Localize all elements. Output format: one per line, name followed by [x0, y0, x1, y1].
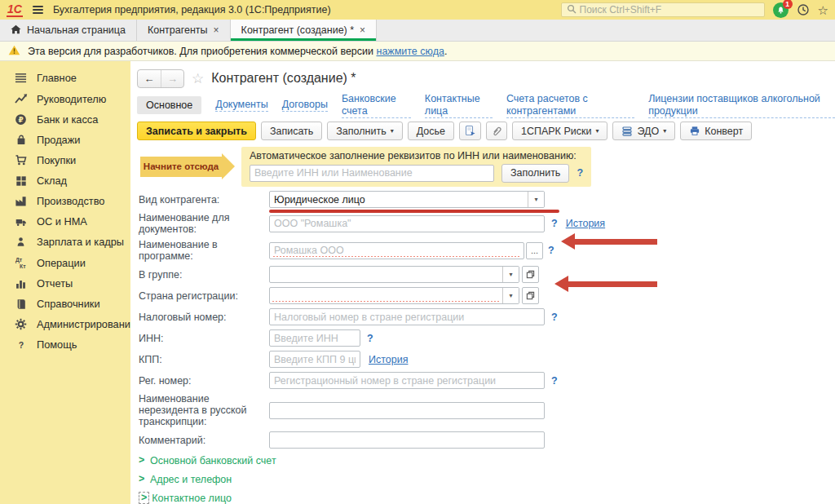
reg-number-input[interactable]: [269, 372, 545, 389]
envelope-button[interactable]: Конверт: [680, 122, 752, 140]
group-combobox[interactable]: ▾: [269, 266, 519, 283]
load-from-file-button[interactable]: [459, 122, 481, 140]
tax-number-input[interactable]: [269, 308, 545, 325]
app-title: Бухгалтерия предприятия, редакция 3.0 (1…: [53, 4, 331, 15]
section-address-phone[interactable]: > Адрес и телефон: [139, 473, 835, 485]
dev-version-warning: Эта версия для разработчиков. Для приобр…: [0, 42, 835, 61]
inn-input[interactable]: [269, 329, 360, 347]
attachments-button[interactable]: [486, 122, 507, 140]
close-icon[interactable]: ×: [214, 24, 219, 36]
form-tab-alcohol-licenses[interactable]: Лицензии поставщиков алкогольной продукц…: [648, 93, 835, 118]
main-menu-icon[interactable]: [31, 4, 45, 15]
bar-chart-icon: [14, 278, 28, 290]
kind-value[interactable]: [270, 192, 528, 207]
grid-icon: [14, 175, 28, 187]
sidebar-item-manager[interactable]: Руководителю: [0, 88, 130, 109]
field-row-comment: Комментарий:: [139, 431, 835, 449]
sidebar-item-reports[interactable]: Отчеты: [0, 273, 130, 294]
help-icon[interactable]: ?: [367, 333, 373, 344]
field-row-country: Страна регистрации: ▾: [139, 287, 835, 304]
section-contact-person[interactable]: > Контактное лицо: [139, 492, 835, 504]
field-row-inn: ИНН: ?: [139, 329, 835, 347]
comment-input[interactable]: [269, 431, 545, 449]
help-icon[interactable]: ?: [577, 167, 583, 179]
history-link[interactable]: История: [369, 354, 408, 365]
document-arrow-icon: [464, 125, 476, 137]
sidebar-item-administration[interactable]: Администрирование: [0, 314, 130, 334]
form-tab-settlement-accounts[interactable]: Счета расчетов с контрагентами: [506, 93, 634, 118]
dossier-button[interactable]: Досье: [408, 122, 454, 140]
sidebar-item-help[interactable]: ? Помощь: [0, 334, 130, 355]
save-button[interactable]: Записать: [261, 122, 322, 140]
group-value[interactable]: [270, 267, 502, 282]
nonresident-name-input[interactable]: [269, 402, 545, 419]
global-search[interactable]: [561, 2, 765, 17]
sidebar-item-fixed-assets[interactable]: ОС и НМА: [0, 211, 130, 232]
home-icon: [11, 24, 21, 37]
person-icon: [14, 236, 28, 248]
tab-counterparties[interactable]: Контрагенты ×: [137, 20, 231, 41]
edo-button[interactable]: ЭДО▾: [612, 122, 675, 140]
open-list-button[interactable]: [522, 266, 539, 283]
fill-menu-button[interactable]: Заполнить▾: [327, 122, 402, 140]
factory-icon: [14, 195, 28, 207]
form-tab-bank-accounts[interactable]: Банковские счета: [342, 93, 411, 118]
section-main-bank-account[interactable]: > Основной банковский счет: [139, 454, 835, 466]
svg-text:Кт: Кт: [20, 263, 26, 269]
notifications-button[interactable]: 1: [773, 2, 789, 18]
field-label: Рег. номер:: [139, 375, 269, 387]
tab-counterparty-create[interactable]: Контрагент (создание) * ×: [231, 20, 378, 41]
sidebar-item-directories[interactable]: Справочники: [0, 294, 130, 314]
sidebar-item-production[interactable]: Производство: [0, 191, 130, 211]
inn-or-name-input[interactable]: [250, 165, 494, 182]
spark-risks-button[interactable]: 1СПАРК Риски▾: [512, 122, 607, 140]
form-tab-documents[interactable]: Документы: [215, 99, 267, 112]
help-icon[interactable]: ?: [551, 218, 558, 229]
sidebar-item-purchases[interactable]: Покупки: [0, 150, 130, 170]
favorite-star-button[interactable]: ☆: [192, 70, 204, 87]
country-combobox[interactable]: ▾: [269, 287, 519, 304]
tab-home[interactable]: Начальная страница: [0, 20, 137, 41]
form-tab-contact-persons[interactable]: Контактные лица: [425, 93, 493, 118]
name-in-program-input[interactable]: [269, 242, 524, 259]
sidebar-item-main[interactable]: Главное: [0, 68, 130, 88]
form-tab-contracts[interactable]: Договоры: [282, 99, 328, 112]
warning-text: Эта версия для разработчиков. Для приобр…: [28, 46, 447, 57]
chevron-down-icon[interactable]: ▾: [502, 288, 519, 303]
save-and-close-button[interactable]: Записать и закрыть: [137, 122, 256, 140]
fields-area: Вид контрагента: ▾ Наименование для доку…: [137, 191, 835, 449]
name-for-documents-input[interactable]: [269, 215, 545, 232]
warning-icon: [8, 45, 20, 58]
app-window: 1С Бухгалтерия предприятия, редакция 3.0…: [0, 0, 835, 504]
close-icon[interactable]: ×: [360, 24, 365, 36]
ellipsis-button[interactable]: ...: [526, 242, 543, 259]
autofill-fill-button[interactable]: Заполнить: [501, 164, 569, 183]
help-icon[interactable]: ?: [551, 375, 558, 387]
sidebar-item-bank-cash[interactable]: ₽ Банк и касса: [0, 109, 130, 130]
chevron-down-icon[interactable]: ▾: [528, 192, 544, 207]
annotation-red-underline: [269, 210, 559, 213]
favorites-button[interactable]: ☆: [818, 4, 828, 16]
open-list-button[interactable]: [522, 287, 539, 304]
ruble-circle-icon: ₽: [14, 113, 28, 126]
chevron-down-icon: ▾: [595, 127, 599, 135]
help-icon[interactable]: ?: [551, 312, 558, 323]
forward-button[interactable]: →: [161, 70, 183, 87]
history-button[interactable]: [797, 3, 810, 16]
sidebar-item-payroll-hr[interactable]: Зарплата и кадры: [0, 232, 130, 252]
buy-version-link[interactable]: нажмите сюда: [376, 46, 444, 57]
history-link[interactable]: История: [566, 218, 605, 229]
field-label: Наименование нерезидента в русской транс…: [139, 393, 269, 427]
sidebar-item-operations[interactable]: ДтКт Операции: [0, 252, 130, 273]
back-button[interactable]: ←: [138, 70, 161, 87]
search-input[interactable]: [580, 4, 759, 15]
kind-combobox[interactable]: ▾: [269, 191, 545, 208]
help-icon[interactable]: ?: [548, 245, 554, 256]
field-row-kpp: КПП: История: [139, 351, 835, 368]
form-tab-main[interactable]: Основное: [137, 96, 201, 114]
kpp-input[interactable]: [269, 351, 360, 368]
chevron-down-icon[interactable]: ▾: [502, 267, 519, 282]
country-value[interactable]: [270, 288, 502, 303]
sidebar-item-warehouse[interactable]: Склад: [0, 170, 130, 191]
sidebar-item-sales[interactable]: Продажи: [0, 130, 130, 150]
